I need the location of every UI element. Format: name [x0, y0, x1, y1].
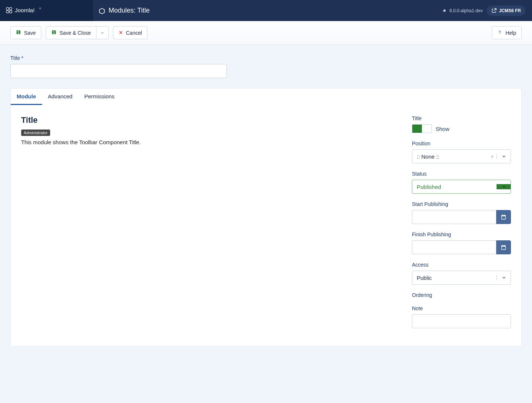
cancel-button[interactable]: Cancel	[113, 26, 148, 39]
position-select[interactable]: :: None :: ×	[412, 149, 511, 163]
position-clear[interactable]: ×	[491, 154, 497, 159]
title-toggle-state: Show	[436, 126, 450, 132]
save-close-button[interactable]: Save & Close	[46, 26, 96, 39]
module-description: This module shows the Toolbar Component …	[21, 139, 397, 145]
help-button[interactable]: ? Help	[492, 26, 522, 39]
svg-point-2	[6, 10, 9, 13]
svg-point-1	[9, 7, 12, 10]
tab-panel: Title Administrator This module shows th…	[10, 105, 522, 346]
tabs: Module Advanced Permissions	[10, 88, 522, 105]
page-title-wrap: Modules: Title	[93, 7, 442, 14]
brand-logo[interactable]: Joomla!®	[0, 0, 93, 21]
svg-text:Joomla!: Joomla!	[15, 7, 35, 13]
module-heading: Title	[21, 115, 397, 125]
title-label: Title *	[10, 55, 522, 61]
cube-icon	[98, 7, 105, 14]
topbar: Joomla!® Modules: Title 6.0.0-alpha1-dev…	[0, 0, 532, 21]
close-icon	[119, 30, 123, 36]
topbar-right: 6.0.0-alpha1-dev JCMS6 FR	[442, 6, 532, 16]
chevron-down-icon	[497, 154, 511, 159]
finish-publishing-input[interactable]	[412, 240, 496, 254]
calendar-button[interactable]	[496, 210, 511, 224]
content: Title * Module Advanced Permissions Titl…	[0, 45, 532, 357]
chevron-down-icon	[497, 184, 511, 189]
status-select[interactable]: Published	[412, 180, 511, 194]
title-toggle[interactable]	[412, 124, 432, 133]
status-label: Status	[412, 171, 511, 177]
ordering-label: Ordering	[412, 292, 511, 298]
panel-main: Title Administrator This module shows th…	[21, 115, 397, 336]
user-menu[interactable]: JCMS6 FR	[487, 6, 525, 16]
access-select[interactable]: Public	[412, 271, 511, 285]
svg-point-0	[6, 7, 9, 10]
page-title: Modules: Title	[109, 7, 150, 14]
finish-publishing-label: Finish Publishing	[412, 231, 511, 237]
save-close-group: Save & Close	[46, 26, 109, 39]
version-label: 6.0.0-alpha1-dev	[442, 8, 482, 13]
note-label: Note	[412, 305, 511, 311]
note-input[interactable]	[412, 314, 511, 328]
save-button[interactable]: Save	[10, 26, 41, 39]
position-label: Position	[412, 140, 511, 146]
calendar-button[interactable]	[496, 240, 511, 254]
tab-advanced[interactable]: Advanced	[42, 89, 79, 105]
save-icon	[16, 30, 21, 36]
toolbar: Save Save & Close Cancel ? Help	[0, 21, 532, 45]
svg-text:®: ®	[40, 7, 41, 9]
chevron-down-icon	[497, 275, 511, 280]
svg-point-3	[9, 10, 12, 13]
panel-side: Title Show Position :: None :: ×	[412, 115, 511, 336]
module-badge: Administrator	[21, 129, 50, 136]
access-label: Access	[412, 262, 511, 268]
title-input[interactable]	[10, 64, 227, 78]
tab-module[interactable]: Module	[11, 89, 42, 105]
save-dropdown-button[interactable]	[96, 26, 109, 39]
start-publishing-input[interactable]	[412, 210, 496, 224]
side-title-label: Title	[412, 115, 511, 121]
svg-text:?: ?	[499, 30, 501, 34]
start-publishing-label: Start Publishing	[412, 201, 511, 207]
help-icon: ?	[497, 30, 502, 36]
save-icon	[51, 30, 57, 36]
tab-permissions[interactable]: Permissions	[78, 89, 120, 105]
